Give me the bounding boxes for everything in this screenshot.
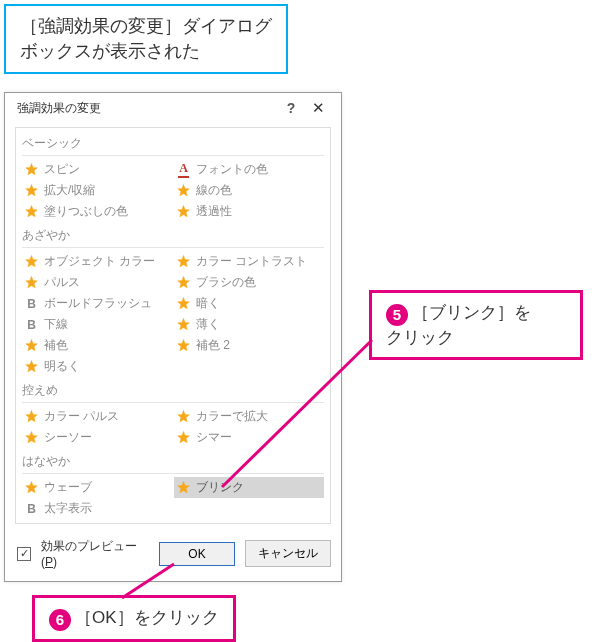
effect-item[interactable]: 線の色 xyxy=(174,180,324,201)
grid-vivid: オブジェクト カラーカラー コントラストパルスブラシの色Bボールドフラッシュ暗く… xyxy=(22,251,324,377)
star-icon xyxy=(176,183,191,198)
effects-listbox: ベーシック スピンAフォントの色拡大/収縮線の色塗りつぶしの色透過性 あざやか … xyxy=(15,127,331,524)
dialog-title: 強調効果の変更 xyxy=(17,100,279,117)
star-icon xyxy=(24,254,39,269)
effect-item[interactable]: ウェーブ xyxy=(22,477,172,498)
star-icon xyxy=(24,409,39,424)
effect-label: 線の色 xyxy=(196,182,232,199)
effect-item[interactable]: ブリンク xyxy=(174,477,324,498)
effect-label: カラー コントラスト xyxy=(196,253,307,270)
effect-item[interactable]: 塗りつぶしの色 xyxy=(22,201,172,222)
ok-button[interactable]: OK xyxy=(159,542,235,566)
effect-item[interactable]: パルス xyxy=(22,272,172,293)
star-icon xyxy=(176,480,191,495)
close-button[interactable]: ✕ xyxy=(303,99,333,117)
effect-item[interactable]: 透過性 xyxy=(174,201,324,222)
effect-label: パルス xyxy=(44,274,80,291)
effect-label: 補色 2 xyxy=(196,337,230,354)
callout-5-text-2: クリック xyxy=(386,328,454,347)
effect-label: シマー xyxy=(196,429,232,446)
effect-item[interactable]: カラーで拡大 xyxy=(174,406,324,427)
font-color-icon: A xyxy=(176,162,191,177)
effect-label: ブリンク xyxy=(196,479,244,496)
effect-item[interactable]: シーソー xyxy=(22,427,172,448)
bold-icon: B xyxy=(24,317,39,332)
star-icon xyxy=(176,317,191,332)
category-vivid: あざやか xyxy=(22,222,324,248)
cancel-button[interactable]: キャンセル xyxy=(245,540,331,567)
bold-icon: B xyxy=(24,501,39,516)
category-subtle: 控えめ xyxy=(22,377,324,403)
effect-item[interactable]: 暗く xyxy=(174,293,324,314)
effect-item[interactable]: Bボールドフラッシュ xyxy=(22,293,172,314)
effect-label: 下線 xyxy=(44,316,68,333)
preview-label[interactable]: 効果のプレビュー(P) xyxy=(41,538,149,569)
preview-checkbox[interactable]: ✓ xyxy=(17,547,31,561)
callout-6-number: 6 xyxy=(49,609,71,631)
star-icon xyxy=(176,409,191,424)
callout-5-number: 5 xyxy=(386,304,408,326)
callout-6-text: ［OK］をクリック xyxy=(75,608,219,627)
star-icon xyxy=(176,338,191,353)
grid-basic: スピンAフォントの色拡大/収縮線の色塗りつぶしの色透過性 xyxy=(22,159,324,222)
effect-item[interactable]: カラー パルス xyxy=(22,406,172,427)
effect-label: 塗りつぶしの色 xyxy=(44,203,128,220)
star-icon xyxy=(176,296,191,311)
effect-item[interactable]: カラー コントラスト xyxy=(174,251,324,272)
callout-5-text-1: ［ブリンク］を xyxy=(412,303,531,322)
effect-label: 拡大/収縮 xyxy=(44,182,95,199)
change-emphasis-dialog: 強調効果の変更 ? ✕ ベーシック スピンAフォントの色拡大/収縮線の色塗りつぶ… xyxy=(4,92,342,582)
star-icon xyxy=(176,275,191,290)
effect-label: ウェーブ xyxy=(44,479,92,496)
effect-label: フォントの色 xyxy=(196,161,268,178)
bold-icon: B xyxy=(24,296,39,311)
callout-5: 5［ブリンク］を クリック xyxy=(369,290,583,360)
effect-label: シーソー xyxy=(44,429,92,446)
effect-item[interactable]: 拡大/収縮 xyxy=(22,180,172,201)
effect-label: オブジェクト カラー xyxy=(44,253,155,270)
star-icon xyxy=(24,183,39,198)
effect-label: カラーで拡大 xyxy=(196,408,268,425)
annotation-line2: ボックスが表示された xyxy=(20,39,272,64)
star-icon xyxy=(24,480,39,495)
effect-item[interactable]: 補色 xyxy=(22,335,172,356)
dialog-footer: ✓ 効果のプレビュー(P) OK キャンセル xyxy=(5,528,341,581)
star-icon xyxy=(24,204,39,219)
annotation-line1: ［強調効果の変更］ダイアログ xyxy=(20,14,272,39)
star-icon xyxy=(24,359,39,374)
effect-label: 明るく xyxy=(44,358,80,375)
star-icon xyxy=(176,204,191,219)
effect-label: ブラシの色 xyxy=(196,274,256,291)
effect-label: 薄く xyxy=(196,316,220,333)
star-icon xyxy=(24,275,39,290)
callout-6: 6［OK］をクリック xyxy=(32,595,236,642)
grid-ornate: ウェーブブリンクB太字表示 xyxy=(22,477,324,519)
effect-label: ボールドフラッシュ xyxy=(44,295,152,312)
effect-label: 補色 xyxy=(44,337,68,354)
category-ornate: はなやか xyxy=(22,448,324,474)
effect-item[interactable]: オブジェクト カラー xyxy=(22,251,172,272)
effect-item[interactable]: ブラシの色 xyxy=(174,272,324,293)
dialog-body: ベーシック スピンAフォントの色拡大/収縮線の色塗りつぶしの色透過性 あざやか … xyxy=(5,123,341,528)
dialog-titlebar: 強調効果の変更 ? ✕ xyxy=(5,93,341,123)
help-button[interactable]: ? xyxy=(279,100,303,116)
effect-item[interactable]: B下線 xyxy=(22,314,172,335)
effect-item[interactable]: スピン xyxy=(22,159,172,180)
effect-item[interactable]: 薄く xyxy=(174,314,324,335)
star-icon xyxy=(176,254,191,269)
effect-item[interactable]: 明るく xyxy=(22,356,172,377)
effect-label: カラー パルス xyxy=(44,408,119,425)
star-icon xyxy=(24,430,39,445)
annotation-top: ［強調効果の変更］ダイアログ ボックスが表示された xyxy=(4,4,288,74)
effect-item[interactable]: 補色 2 xyxy=(174,335,324,356)
effect-item[interactable]: B太字表示 xyxy=(22,498,172,519)
effect-item[interactable]: Aフォントの色 xyxy=(174,159,324,180)
star-icon xyxy=(24,162,39,177)
star-icon xyxy=(176,430,191,445)
grid-subtle: カラー パルスカラーで拡大シーソーシマー xyxy=(22,406,324,448)
star-icon xyxy=(24,338,39,353)
category-basic: ベーシック xyxy=(22,130,324,156)
effect-item[interactable]: シマー xyxy=(174,427,324,448)
effect-label: 透過性 xyxy=(196,203,232,220)
effect-label: スピン xyxy=(44,161,80,178)
